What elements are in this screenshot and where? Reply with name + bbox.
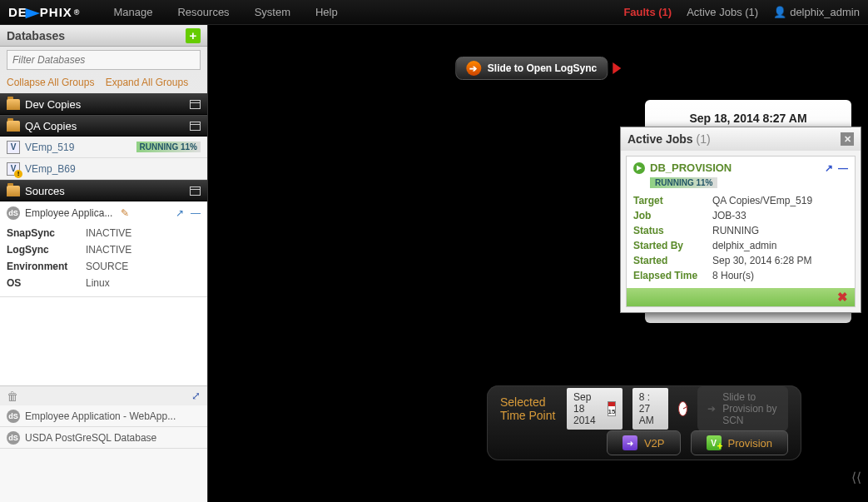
expand-all-link[interactable]: Expand All Groups xyxy=(106,77,188,88)
job-val: Sep 30, 2014 6:28 PM xyxy=(712,255,811,266)
menu-system[interactable]: System xyxy=(255,6,290,18)
logo-text-a: DE xyxy=(8,5,27,19)
window-icon[interactable] xyxy=(190,122,201,131)
folder-icon xyxy=(7,186,20,196)
source-row[interactable]: dS Employee Application - WebApp... xyxy=(0,405,207,427)
db-name: VEmp_B69 xyxy=(25,163,76,175)
main-menu: Manage Resources System Help xyxy=(114,6,338,18)
group-label: QA Copies xyxy=(25,120,77,132)
db-row-vempb69[interactable]: V VEmp_B69 xyxy=(0,158,207,180)
source-title-row[interactable]: dS Employee Applica... ✎ ↗ — xyxy=(7,206,201,220)
add-database-button[interactable]: + xyxy=(186,28,201,43)
menu-manage[interactable]: Manage xyxy=(114,6,153,18)
logo-text-b: PHIX xyxy=(40,5,72,19)
nav-right: Faults (1) Active Jobs (1) 👤delphix_admi… xyxy=(623,6,860,18)
trash-icon[interactable]: 🗑 xyxy=(7,390,18,403)
prop-key: LogSync xyxy=(7,244,86,256)
dsource-icon: dS xyxy=(7,431,20,445)
close-icon[interactable]: ✕ xyxy=(841,132,854,146)
job-key: Elapsed Time xyxy=(633,270,712,281)
time-picker[interactable]: 8 : 27 AM xyxy=(632,388,669,430)
db-name: VEmp_519 xyxy=(25,142,74,153)
active-jobs-panel: Active Jobs (1) ✕ ▶ DB_PROVISION ↗ — RUN… xyxy=(620,127,861,313)
job-title-row: ▶ DB_PROVISION ↗ — xyxy=(633,162,848,174)
folder-icon xyxy=(7,99,20,110)
provision-button[interactable]: V Provision xyxy=(691,430,788,455)
slide-prov-label: Slide to Provision by SCN xyxy=(722,391,778,426)
menu-resources[interactable]: Resources xyxy=(177,6,229,18)
v2p-icon: ➜ xyxy=(622,435,637,450)
v2p-button[interactable]: ➜ V2P xyxy=(607,430,681,455)
sidebar: Databases + Collapse All Groups Expand A… xyxy=(0,25,208,502)
job-key: Target xyxy=(633,195,712,206)
migrate-icon[interactable]: ⤢ xyxy=(191,390,201,402)
jobs-count: (1) xyxy=(697,132,711,146)
date-value: Sep 18 2014 xyxy=(573,391,603,426)
job-key: Job xyxy=(633,210,712,221)
source-name: Employee Applica... xyxy=(25,207,112,219)
selected-time-label: Selected Time Point xyxy=(500,395,557,422)
popout-icon[interactable]: ↗ xyxy=(825,162,833,174)
edit-icon[interactable]: ✎ xyxy=(121,207,129,219)
calendar-icon xyxy=(608,401,616,416)
logo-mark: ® xyxy=(74,8,81,17)
collapse-all-link[interactable]: Collapse All Groups xyxy=(7,77,94,88)
cancel-job-icon[interactable]: ✖ xyxy=(837,290,848,305)
folder-icon xyxy=(7,121,20,132)
group-dev-copies[interactable]: Dev Copies xyxy=(0,93,207,115)
window-icon[interactable] xyxy=(190,100,201,109)
nav-user-label: delphix_admin xyxy=(790,6,860,18)
nav-user[interactable]: 👤delphix_admin xyxy=(773,6,860,18)
date-picker[interactable]: Sep 18 2014 xyxy=(567,388,622,430)
nav-active-jobs[interactable]: Active Jobs (1) xyxy=(687,6,758,18)
logo: DE ▶ PHIX ® xyxy=(8,5,81,20)
play-icon: ▶ xyxy=(633,162,645,174)
jobs-header: Active Jobs (1) ✕ xyxy=(621,127,861,151)
db-row-vemp519[interactable]: V VEmp_519 RUNNING 11% xyxy=(0,137,207,158)
popout-icon[interactable]: ↗ xyxy=(176,207,184,219)
prop-val: Linux xyxy=(86,277,110,289)
job-key: Started xyxy=(633,255,712,266)
source-properties: SnapSyncINACTIVE LogSyncINACTIVE Environ… xyxy=(7,225,201,291)
panel-toggle-icon[interactable]: ⟨⟨ xyxy=(851,470,861,485)
job-key: Status xyxy=(633,225,712,236)
job-status-badge: RUNNING 11% xyxy=(650,177,717,188)
logsync-control: ➔ Slide to Open LogSync xyxy=(455,57,621,80)
running-badge: RUNNING 11% xyxy=(136,142,201,152)
time-point-bar: Selected Time Point Sep 18 2014 8 : 27 A… xyxy=(487,385,801,460)
filter-input[interactable] xyxy=(7,50,201,70)
prop-key: Environment xyxy=(7,261,86,272)
dsource-icon: dS xyxy=(7,206,20,220)
job-val: delphix_admin xyxy=(712,240,776,251)
main-area: ➔ Slide to Open LogSync Sep 18, 2014 8:2… xyxy=(208,25,868,502)
source-row[interactable]: dS USDA PostGreSQL Database xyxy=(0,427,207,449)
minimize-icon[interactable]: — xyxy=(838,162,848,174)
group-qa-copies[interactable]: QA Copies xyxy=(0,115,207,137)
window-icon[interactable] xyxy=(190,186,201,196)
menu-help[interactable]: Help xyxy=(315,6,338,18)
logo-triangle-icon: ▶ xyxy=(26,5,41,20)
user-icon: 👤 xyxy=(773,6,786,18)
source-name: Employee Application - WebApp... xyxy=(25,410,176,422)
clock-icon[interactable] xyxy=(678,401,687,416)
play-icon[interactable] xyxy=(613,62,621,74)
slide-provision-scn[interactable]: ➔ Slide to Provision by SCN xyxy=(697,386,788,431)
sidebar-filter xyxy=(0,47,207,73)
arrow-right-icon: ➔ xyxy=(466,61,481,76)
job-name[interactable]: DB_PROVISION xyxy=(650,162,732,174)
v2p-label: V2P xyxy=(644,437,665,450)
top-nav: DE ▶ PHIX ® Manage Resources System Help… xyxy=(0,0,868,25)
nav-faults[interactable]: Faults (1) xyxy=(623,6,672,18)
prop-val: SOURCE xyxy=(86,261,128,272)
jobs-title: Active Jobs xyxy=(627,132,693,146)
minimize-icon[interactable]: — xyxy=(191,207,201,219)
source-expanded: dS Employee Applica... ✎ ↗ — SnapSyncINA… xyxy=(0,201,207,297)
job-card: ▶ DB_PROVISION ↗ — RUNNING 11% TargetQA … xyxy=(626,156,856,307)
logsync-slider[interactable]: ➔ Slide to Open LogSync xyxy=(455,57,608,80)
job-key: Started By xyxy=(633,240,712,251)
provision-icon: V xyxy=(707,435,722,450)
group-sources[interactable]: Sources xyxy=(0,180,207,201)
dsource-icon: dS xyxy=(7,410,20,423)
group-label: Sources xyxy=(25,185,65,197)
group-controls: Collapse All Groups Expand All Groups xyxy=(0,73,207,93)
